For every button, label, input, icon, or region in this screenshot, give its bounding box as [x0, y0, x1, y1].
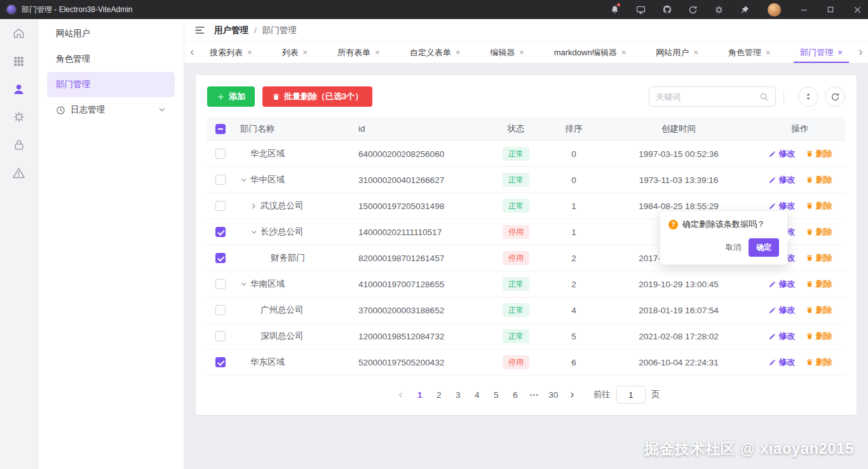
edit-button[interactable]: 修改	[768, 357, 796, 368]
row-checkbox[interactable]	[215, 175, 226, 185]
notifications-button[interactable]	[604, 0, 625, 19]
prev-page-button[interactable]	[393, 386, 409, 404]
tab-roles[interactable]: 角色管理×	[722, 42, 777, 63]
page-number[interactable]: 6	[507, 386, 524, 404]
expand-row-icon[interactable]	[250, 202, 261, 210]
sidebar-item-roles[interactable]: 角色管理	[47, 46, 175, 72]
cell-id: 150000197205031498	[353, 201, 487, 211]
tab-close-icon[interactable]: ×	[766, 48, 771, 57]
search-input[interactable]	[656, 92, 759, 102]
settings-button[interactable]	[709, 0, 729, 19]
page-number[interactable]: 5	[488, 386, 505, 404]
cell-sort: 2	[545, 254, 602, 263]
tab-search-list[interactable]: 搜索列表×	[203, 42, 259, 63]
delete-button[interactable]: 删除	[806, 174, 832, 186]
page-number[interactable]: 2	[431, 386, 447, 404]
tab-close-icon[interactable]: ×	[519, 48, 524, 57]
sidebar-item-logs[interactable]: 日志管理	[47, 97, 175, 123]
sidebar-item-website-users[interactable]: 网站用户	[47, 21, 175, 46]
sort-toggle-button[interactable]	[798, 86, 818, 107]
tab-custom-form[interactable]: 自定义表单×	[403, 42, 467, 63]
cell-sort: 2	[545, 280, 602, 289]
row-checkbox[interactable]	[215, 253, 226, 263]
delete-button[interactable]: 删除	[806, 226, 832, 238]
tab-close-icon[interactable]: ×	[837, 48, 843, 57]
devtools-button[interactable]	[630, 0, 651, 19]
delete-button[interactable]: 删除	[806, 330, 832, 342]
collapse-row-icon[interactable]	[240, 280, 250, 288]
delete-button[interactable]: 删除	[806, 200, 832, 212]
next-page-button[interactable]	[564, 386, 581, 404]
tab-close-icon[interactable]: ×	[693, 48, 698, 57]
sidebar-item-departments[interactable]: 部门管理	[47, 72, 175, 97]
edit-button[interactable]: 修改	[768, 304, 796, 316]
select-all-checkbox[interactable]	[215, 124, 226, 134]
minimize-button[interactable]	[793, 0, 815, 19]
goto-page-input[interactable]	[616, 386, 646, 404]
delete-button[interactable]: 删除	[806, 148, 832, 160]
tab-all-forms[interactable]: 所有表单×	[331, 42, 386, 63]
rail-item-permissions[interactable]	[6, 133, 32, 156]
refresh-table-button[interactable]	[825, 86, 845, 107]
tab-departments[interactable]: 部门管理×	[794, 42, 849, 63]
tab-close-icon[interactable]: ×	[375, 48, 380, 57]
department-name: 华北区域	[250, 148, 285, 160]
tab-close-icon[interactable]: ×	[456, 48, 461, 57]
edit-button[interactable]: 修改	[768, 174, 796, 186]
popconfirm-confirm-button[interactable]: 确定	[749, 238, 779, 257]
delete-button[interactable]: 删除	[806, 278, 832, 290]
row-checkbox[interactable]	[215, 149, 226, 159]
page-number[interactable]: 1	[412, 386, 428, 404]
collapse-row-icon[interactable]	[250, 228, 261, 236]
maximize-button[interactable]	[820, 0, 841, 19]
row-checkbox[interactable]	[215, 201, 226, 211]
tab-markdown-editor[interactable]: markdown编辑器×	[548, 42, 633, 63]
collapse-row-icon[interactable]	[240, 176, 250, 184]
close-button[interactable]	[846, 0, 868, 19]
rail-item-users[interactable]	[6, 78, 32, 100]
rail-item-components[interactable]	[6, 50, 32, 72]
delete-button[interactable]: 删除	[806, 304, 832, 316]
batch-delete-button[interactable]: 批量删除（已选3个）	[262, 86, 372, 107]
rail-item-home[interactable]	[6, 22, 32, 44]
status-badge: 正常	[503, 199, 529, 213]
add-button[interactable]: 添加	[207, 86, 255, 107]
row-checkbox[interactable]	[215, 331, 226, 341]
tab-website-users[interactable]: 网站用户×	[649, 42, 705, 63]
breadcrumb-parent[interactable]: 用户管理	[214, 25, 248, 36]
reload-button[interactable]	[682, 0, 703, 19]
search-icon[interactable]	[759, 92, 769, 102]
header-sort: 排序	[545, 123, 602, 135]
page-number[interactable]: 4	[469, 386, 485, 404]
github-button[interactable]	[656, 0, 677, 19]
icon-rail	[0, 19, 38, 469]
collapse-sidebar-button[interactable]	[194, 25, 205, 36]
keyword-search	[649, 86, 776, 107]
tabs-scroll-right-button[interactable]	[853, 42, 868, 63]
edit-button[interactable]: 修改	[768, 330, 796, 342]
tab-close-icon[interactable]: ×	[303, 48, 308, 57]
delete-button[interactable]: 删除	[806, 357, 832, 368]
expand-slot	[250, 332, 261, 340]
row-checkbox[interactable]	[215, 357, 226, 367]
rail-item-errors[interactable]	[6, 161, 32, 184]
user-avatar[interactable]	[768, 3, 781, 17]
tab-close-icon[interactable]: ×	[621, 48, 627, 57]
row-checkbox[interactable]	[215, 279, 226, 289]
tabs-scroll-left-button[interactable]	[184, 42, 200, 63]
page-number-last[interactable]: 30	[545, 386, 562, 404]
more-pages-icon[interactable]: •••	[526, 386, 543, 404]
table-row: 华中区域 310000200401266627 正常 0 1973-11-03 …	[207, 167, 845, 193]
edit-button[interactable]: 修改	[768, 278, 796, 290]
rail-item-settings[interactable]	[6, 105, 32, 128]
row-checkbox[interactable]	[215, 227, 226, 237]
tab-list[interactable]: 列表×	[276, 42, 315, 63]
delete-button[interactable]: 删除	[806, 252, 832, 264]
tab-editor[interactable]: 编辑器×	[484, 42, 531, 63]
popconfirm-cancel-button[interactable]: 取消	[726, 242, 741, 253]
pin-button[interactable]	[735, 0, 756, 19]
page-number[interactable]: 3	[450, 386, 466, 404]
edit-button[interactable]: 修改	[768, 148, 796, 160]
row-checkbox[interactable]	[215, 305, 226, 315]
tab-close-icon[interactable]: ×	[247, 48, 252, 57]
